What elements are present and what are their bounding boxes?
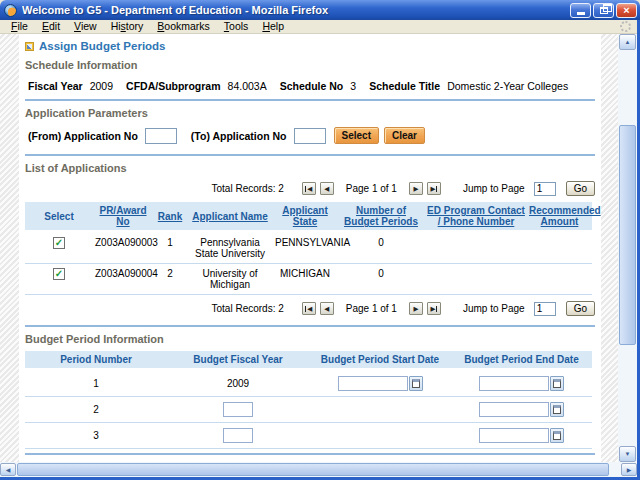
restore-icon <box>600 7 608 14</box>
column-ed-program-contact[interactable]: ED Program Contact / Phone Number <box>425 202 527 232</box>
horizontal-scrollbar[interactable]: ◀ ▶ <box>0 462 637 477</box>
last-page-button[interactable]: ▶ <box>427 182 441 195</box>
fiscal-year-value: 2009 <box>90 80 113 92</box>
to-application-no-input[interactable] <box>294 128 326 144</box>
schedule-fields: Fiscal Year2009 CFDA/Subprogram84.003A S… <box>25 80 595 92</box>
go-button[interactable]: Go <box>566 181 595 196</box>
budget-fiscal-year-input[interactable] <box>223 428 253 443</box>
menu-tools[interactable]: Tools <box>217 20 256 33</box>
period-number-cell: 2 <box>25 397 167 423</box>
restore-button[interactable] <box>593 3 614 18</box>
first-page-button[interactable]: ◀ <box>302 182 316 195</box>
recommended-amount-cell <box>527 264 592 295</box>
applicant-state-cell: MICHIGAN <box>273 264 337 295</box>
jump-to-page-input[interactable] <box>534 302 556 316</box>
budget-period-row: 2 <box>25 397 592 423</box>
jump-to-page-input[interactable] <box>534 182 556 196</box>
pagination-top: Total Records: 2 ◀ ◀ Page 1 of 1 ▶ ▶ Jum… <box>25 181 595 196</box>
end-date-input[interactable] <box>479 428 549 443</box>
scroll-right-icon[interactable]: ▶ <box>621 463 637 476</box>
window-title: Welcome to G5 - Department of Education … <box>22 4 570 16</box>
column-number-of-budget-periods[interactable]: Number of Budget Periods <box>337 202 425 232</box>
from-application-no-label: (From) Application No <box>28 130 138 142</box>
schedule-no-label: Schedule No <box>280 80 344 92</box>
next-page-button[interactable]: ▶ <box>409 182 423 195</box>
next-page-button[interactable]: ▶ <box>409 302 423 315</box>
menu-file[interactable]: File <box>4 20 35 33</box>
vertical-scrollbar-thumb[interactable] <box>619 125 636 345</box>
budget-fiscal-year-cell: 2009 <box>167 370 309 397</box>
divider <box>25 453 595 455</box>
clear-button[interactable]: Clear <box>384 127 425 144</box>
calendar-icon[interactable] <box>409 376 423 391</box>
menu-help[interactable]: Help <box>255 20 291 33</box>
budget-fiscal-year-input[interactable] <box>223 402 253 417</box>
ed-program-contact-cell <box>425 232 527 264</box>
applications-table-header: Select PR/Award No Rank Applicant Name A… <box>25 202 592 232</box>
from-application-no-input[interactable] <box>145 128 177 144</box>
list-of-applications-heading: List of Applications <box>25 162 595 174</box>
end-date-input[interactable] <box>479 376 549 391</box>
go-button[interactable]: Go <box>566 301 595 316</box>
page-content: Assign Budget Periods Schedule Informati… <box>19 34 601 462</box>
pr-award-no-cell: Z003A090004 <box>93 264 153 295</box>
divider <box>25 325 595 327</box>
column-applicant-state[interactable]: Applicant State <box>273 202 337 232</box>
jump-to-page-label: Jump to Page <box>463 183 525 194</box>
browser-window: Welcome to G5 - Department of Education … <box>0 0 640 480</box>
page-viewport: Assign Budget Periods Schedule Informati… <box>0 34 618 462</box>
last-page-button[interactable]: ▶ <box>427 302 441 315</box>
total-records-label: Total Records: 2 <box>212 183 284 194</box>
page-indicator: Page 1 of 1 <box>346 183 397 194</box>
calendar-icon[interactable] <box>550 376 564 391</box>
applicant-state-cell: PENNSYLVANIA <box>273 232 337 264</box>
horizontal-scrollbar-thumb[interactable] <box>17 463 609 476</box>
budget-periods-cell: 0 <box>337 232 425 264</box>
minimize-button[interactable] <box>570 3 591 18</box>
menu-history[interactable]: History <box>104 20 151 33</box>
pagination-bottom: Total Records: 2 ◀ ◀ Page 1 of 1 ▶ ▶ Jum… <box>25 301 595 316</box>
vertical-scrollbar[interactable]: ▲ ▼ <box>618 34 637 462</box>
recommended-amount-cell <box>527 232 592 264</box>
application-row: Z003A090004 2 University of Michigan MIC… <box>25 264 592 295</box>
column-budget-period-start-date: Budget Period Start Date <box>309 351 451 370</box>
page-title: Assign Budget Periods <box>39 40 166 52</box>
column-applicant-name[interactable]: Applicant Name <box>187 202 273 232</box>
previous-page-button[interactable]: ◀ <box>320 302 334 315</box>
scroll-left-icon[interactable]: ◀ <box>0 463 16 476</box>
column-pr-award-no[interactable]: PR/Award No <box>93 202 153 232</box>
column-rank[interactable]: Rank <box>153 202 187 232</box>
close-button[interactable]: × <box>616 3 637 18</box>
applicant-name-cell: Pennsylvania State University <box>187 232 273 264</box>
column-budget-fiscal-year: Budget Fiscal Year <box>167 351 309 370</box>
column-recommended-amount[interactable]: Recommended Amount <box>527 202 592 232</box>
schedule-no-value: 3 <box>350 80 356 92</box>
menu-bar: File Edit View History Bookmarks Tools H… <box>0 20 637 34</box>
first-page-button[interactable]: ◀ <box>302 302 316 315</box>
column-period-number: Period Number <box>25 351 167 370</box>
minimize-icon <box>577 12 585 15</box>
budget-period-information-heading: Budget Period Information <box>25 333 595 345</box>
cfda-subprogram-label: CFDA/Subprogram <box>126 80 221 92</box>
menu-bookmarks[interactable]: Bookmarks <box>150 20 217 33</box>
period-number-cell: 3 <box>25 423 167 449</box>
calendar-icon[interactable] <box>550 402 564 417</box>
row-checkbox[interactable] <box>53 268 65 280</box>
previous-page-button[interactable]: ◀ <box>320 182 334 195</box>
page-title-icon <box>25 42 34 51</box>
calendar-icon[interactable] <box>550 428 564 443</box>
select-button[interactable]: Select <box>334 127 379 144</box>
row-checkbox[interactable] <box>53 237 65 249</box>
budget-period-table: Period Number Budget Fiscal Year Budget … <box>25 351 592 449</box>
start-date-input[interactable] <box>338 376 408 391</box>
pr-award-no-cell: Z003A090003 <box>93 232 153 264</box>
page-indicator: Page 1 of 1 <box>346 303 397 314</box>
jump-to-page-label: Jump to Page <box>463 303 525 314</box>
scroll-up-icon[interactable]: ▲ <box>619 34 636 50</box>
scroll-down-icon[interactable]: ▼ <box>619 446 636 462</box>
rank-cell: 2 <box>153 264 187 295</box>
end-date-input[interactable] <box>479 402 549 417</box>
menu-edit[interactable]: Edit <box>35 20 67 33</box>
schedule-information-heading: Schedule Information <box>25 59 595 71</box>
menu-view[interactable]: View <box>67 20 104 33</box>
